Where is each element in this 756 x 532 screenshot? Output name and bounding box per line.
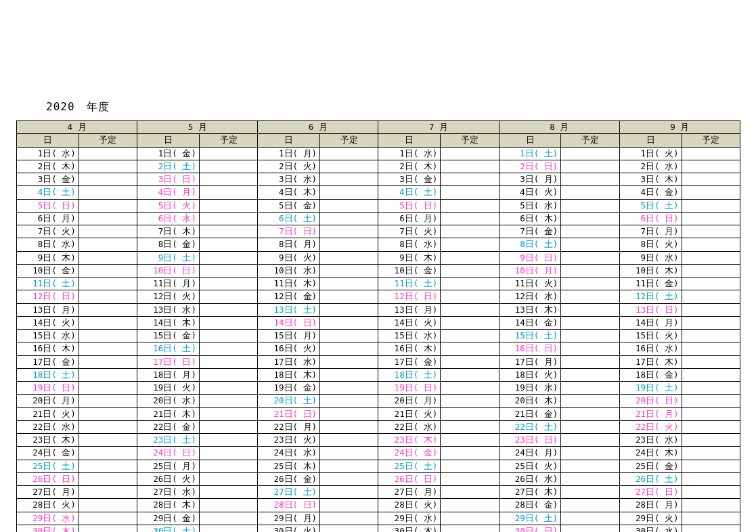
plan-cell [441,472,499,485]
plan-cell [320,173,378,186]
plan-cell [561,251,619,264]
plan-cell [561,382,619,395]
plan-cell [682,290,740,303]
plan-cell [682,342,740,355]
plan-cell [79,434,137,447]
day-cell: 26日( 火) [137,472,200,485]
day-cell: 16日( 木) [17,342,79,355]
plan-cell [199,225,257,238]
day-cell: 10日( 金) [17,264,79,277]
table-row: 14日( 火)14日( 木)14日( 日)14日( 火)14日( 金)14日( … [17,316,740,329]
plan-cell [441,186,499,199]
day-cell: 20日( 土) [258,395,320,407]
plan-cell [441,499,499,512]
plan-cell [682,420,740,433]
day-cell: 28日( 木) [137,499,200,512]
day-cell: 15日( 金) [137,330,200,342]
plan-cell [441,316,499,329]
day-cell: 13日( 月) [378,303,441,316]
day-cell: 10日( 月) [499,264,561,277]
day-cell: 27日( 日) [619,486,682,499]
day-cell: 1日( 月) [258,147,320,160]
plan-cell [320,264,378,277]
plan-cell [561,395,619,407]
day-cell: 27日( 土) [258,486,320,499]
table-row: 20日( 月)20日( 水)20日( 土)20日( 月)20日( 木)20日( … [17,395,740,407]
day-cell: 28日( 金) [499,499,561,512]
day-cell: 8日( 土) [499,238,561,251]
plan-cell [320,368,378,381]
plan-cell [199,342,257,355]
day-cell: 15日( 水) [17,330,79,342]
day-cell: 5日( 日) [378,199,441,212]
plan-cell [561,434,619,447]
day-cell: 12日( 日) [378,290,441,303]
plan-cell [682,212,740,225]
day-cell: 6日( 土) [258,212,320,225]
plan-cell [561,316,619,329]
day-cell: 18日( 木) [258,368,320,381]
plan-cell [441,264,499,277]
plan-cell [682,278,740,290]
table-row: 21日( 火)21日( 木)21日( 日)21日( 火)21日( 金)21日( … [17,407,740,420]
plan-cell [320,251,378,264]
plan-cell [682,434,740,447]
day-cell: 6日( 月) [17,212,79,225]
col-plan: 予定 [79,134,137,147]
plan-cell [682,395,740,407]
table-row: 24日( 金)24日( 日)24日( 水)24日( 金)24日( 月)24日( … [17,447,740,460]
plan-cell [441,368,499,381]
day-cell: 18日( 金) [619,368,682,381]
day-cell: 28日( 日) [258,499,320,512]
day-cell: 2日( 木) [17,160,79,173]
day-cell: 12日( 土) [619,290,682,303]
plan-cell [199,472,257,485]
day-cell: 25日( 土) [17,460,79,472]
day-cell: 27日( 水) [137,486,200,499]
plan-cell [561,512,619,525]
day-cell: 19日( 土) [619,382,682,395]
day-cell: 4日( 木) [258,186,320,199]
plan-cell [561,460,619,472]
table-row: 1日( 水)1日( 金)1日( 月)1日( 水)1日( 土)1日( 火) [17,147,740,160]
day-cell: 6日( 月) [378,212,441,225]
day-cell: 10日( 金) [378,264,441,277]
plan-cell [199,525,257,532]
day-cell: 27日( 月) [17,486,79,499]
plan-cell [561,212,619,225]
day-cell: 25日( 木) [258,460,320,472]
day-cell: 28日( 火) [378,499,441,512]
plan-cell [320,290,378,303]
plan-cell [199,186,257,199]
plan-cell [441,278,499,290]
plan-cell [320,472,378,485]
plan-cell [682,147,740,160]
plan-cell [79,264,137,277]
day-cell: 17日( 日) [137,355,200,368]
plan-cell [441,251,499,264]
month-header: 6 月 [258,121,378,134]
plan-cell [320,212,378,225]
calendar-body: 1日( 水)1日( 金)1日( 月)1日( 水)1日( 土)1日( 火)2日( … [17,147,740,532]
table-row: 28日( 火)28日( 木)28日( 日)28日( 火)28日( 金)28日( … [17,499,740,512]
plan-cell [682,303,740,316]
plan-cell [320,278,378,290]
plan-cell [199,264,257,277]
day-cell: 13日( 日) [619,303,682,316]
day-cell: 4日( 月) [137,186,200,199]
table-row: 9日( 木)9日( 土)9日( 火)9日( 木)9日( 日)9日( 水) [17,251,740,264]
col-plan: 予定 [441,134,499,147]
table-row: 12日( 日)12日( 火)12日( 金)12日( 日)12日( 水)12日( … [17,290,740,303]
plan-cell [320,330,378,342]
plan-cell [199,395,257,407]
col-plan: 予定 [561,134,619,147]
plan-cell [682,472,740,485]
plan-cell [320,420,378,433]
day-cell: 9日( 日) [499,251,561,264]
plan-cell [682,160,740,173]
day-cell: 13日( 木) [499,303,561,316]
sub-header-row: 日 予定 日 予定 日 予定 日 予定 日 予定 日 予定 [17,134,740,147]
day-cell: 7日( 火) [17,225,79,238]
month-header: 4 月 [17,121,137,134]
plan-cell [561,420,619,433]
